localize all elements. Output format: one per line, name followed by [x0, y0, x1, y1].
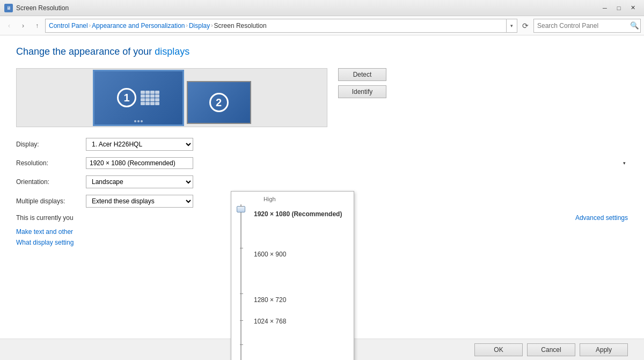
display-label: Display: [16, 141, 86, 148]
resolution-select[interactable]: 1920 × 1080 (Recommended) [86, 157, 193, 169]
resolution-option-1[interactable]: 1920 × 1080 (Recommended) [251, 209, 349, 219]
monitor-2[interactable]: 2 [187, 81, 251, 124]
close-button[interactable]: ✕ [626, 3, 640, 13]
resolution-options: 1920 × 1080 (Recommended) 1600 × 900 128… [251, 204, 349, 327]
resolution-option-2[interactable]: 1600 × 900 [251, 249, 349, 260]
display-control: 1. Acer H226HQL [86, 138, 628, 151]
address-dropdown-button[interactable]: ▾ [507, 19, 517, 33]
advanced-settings-link[interactable]: Advanced settings [575, 214, 628, 222]
main-content: Change the appearance of your displays 1 [0, 35, 644, 360]
resolution-option-3[interactable]: 1280 × 720 [251, 295, 349, 305]
currently-text: This is currently you [16, 214, 74, 222]
detect-identify-buttons: Detect Identify [338, 68, 386, 98]
back-button[interactable]: ‹ [3, 20, 15, 32]
multiple-displays-label: Multiple displays: [16, 197, 86, 205]
display-select[interactable]: 1. Acer H226HQL [86, 138, 193, 151]
forward-button[interactable]: › [17, 20, 29, 32]
app-icon: 🖥 [4, 4, 13, 12]
maximize-button[interactable]: □ [612, 3, 626, 13]
breadcrumb-appearance[interactable]: Appearance and Personalization [92, 22, 185, 30]
ok-button[interactable]: OK [474, 343, 523, 356]
display-row: Display: 1. Acer H226HQL [16, 138, 628, 151]
tick-1 [240, 206, 243, 207]
detect-button[interactable]: Detect [338, 68, 386, 81]
monitors-container: 1 2 [16, 68, 327, 127]
tick-2 [240, 248, 243, 248]
popup-high-label: High [231, 196, 354, 204]
tick-4 [240, 320, 243, 321]
tick-5 [240, 344, 243, 345]
breadcrumb-current: Screen Resolution [214, 22, 267, 30]
monitor-1[interactable]: 1 [93, 70, 184, 126]
resolution-popup: High 1920 × 1080 (Recommended) 1600 × 90… [231, 191, 354, 360]
monitor-1-taskbar [134, 120, 143, 122]
search-box: 🔍 [533, 19, 641, 33]
apply-button[interactable]: Apply [580, 343, 628, 356]
breadcrumb-display[interactable]: Display [189, 22, 210, 30]
breadcrumb-control-panel[interactable]: Control Panel [49, 22, 88, 30]
monitor-1-icon [141, 91, 159, 105]
window-title: Screen Resolution [16, 4, 69, 12]
page-title-highlight: displays [155, 46, 189, 57]
cancel-button[interactable]: Cancel [527, 343, 575, 356]
slider-thumb[interactable] [237, 206, 245, 212]
monitor-2-number: 2 [209, 93, 229, 112]
breadcrumb-bar: Control Panel › Appearance and Personali… [45, 19, 507, 33]
slider-line [240, 204, 241, 360]
tick-3 [240, 293, 243, 294]
refresh-button[interactable]: ⟳ [519, 20, 531, 32]
orientation-control: Landscape [86, 175, 628, 188]
page-title: Change the appearance of your displays [16, 46, 628, 57]
address-bar: ‹ › ↑ Control Panel › Appearance and Per… [0, 16, 644, 35]
resolution-dropdown-arrow: ▾ [623, 160, 626, 166]
search-icon-button[interactable]: 🔍 [628, 19, 640, 32]
resolution-control: 1920 × 1080 (Recommended) ▾ [86, 157, 628, 169]
title-bar: 🖥 Screen Resolution ─ □ ✕ [0, 0, 644, 16]
display-preview-area: 1 2 Detect [16, 68, 628, 127]
up-button[interactable]: ↑ [31, 20, 43, 32]
monitor-1-number: 1 [117, 88, 136, 107]
orientation-label: Orientation: [16, 178, 86, 186]
slider-area: 1920 × 1080 (Recommended) 1600 × 900 128… [231, 204, 354, 360]
minimize-button[interactable]: ─ [598, 3, 612, 13]
multiple-displays-control: Extend these displays [86, 195, 628, 208]
window-controls: ─ □ ✕ [598, 3, 640, 13]
resolution-label: Resolution: [16, 159, 86, 167]
multiple-displays-select[interactable]: Extend these displays [86, 195, 193, 208]
resolution-row: Resolution: 1920 × 1080 (Recommended) ▾ [16, 157, 628, 169]
resolution-option-4[interactable]: 1024 × 768 [251, 316, 349, 327]
orientation-row: Orientation: Landscape [16, 175, 628, 188]
orientation-select[interactable]: Landscape [86, 175, 193, 188]
search-input[interactable] [534, 22, 628, 30]
slider-track [236, 204, 246, 360]
identify-button[interactable]: Identify [338, 85, 386, 98]
